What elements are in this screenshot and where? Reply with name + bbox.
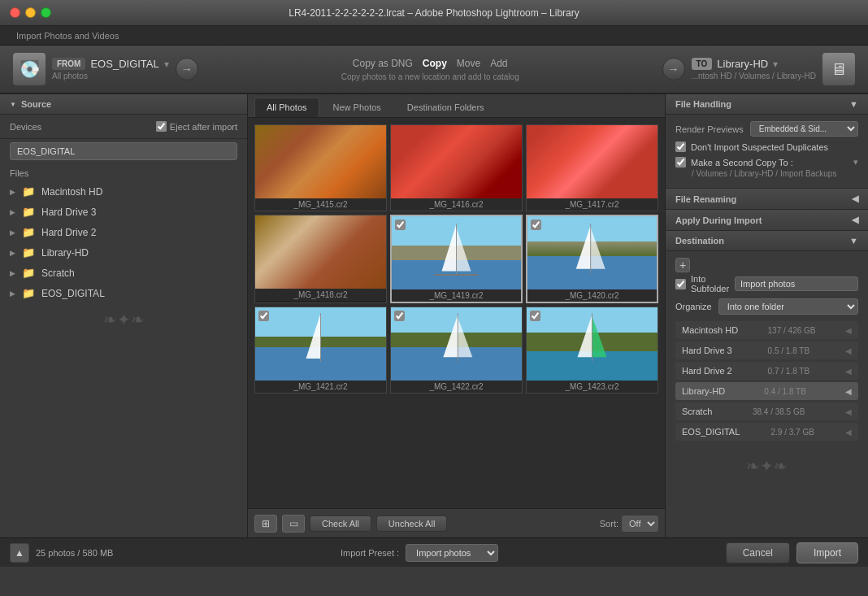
- uncheck-all-button[interactable]: Uncheck All: [376, 516, 447, 532]
- eject-checkbox-label[interactable]: Eject after import: [156, 121, 237, 132]
- drive-item-scratch[interactable]: Scratch 38.4 / 38.5 GB ◀: [675, 402, 858, 420]
- photo-thumb-8: [527, 307, 658, 381]
- maximize-button[interactable]: [41, 7, 51, 18]
- sort-row: Sort: Off: [600, 516, 658, 532]
- drive-arrow-icon: ◀: [845, 326, 852, 335]
- main-content: ▼ Source Devices Eject after import File…: [0, 94, 868, 537]
- photo-name-4: _MG_1419.cr2: [392, 289, 521, 302]
- import-header-label: Import Photos and Videos: [16, 31, 119, 41]
- tab-destination-folders-label: Destination Folders: [407, 102, 484, 112]
- grid-view-button[interactable]: ⊞: [254, 515, 277, 533]
- file-handling-content: Render Previews Embedded & Sid... Don't …: [666, 115, 868, 189]
- photo-cell-1[interactable]: _MG_1416.cr2: [390, 124, 523, 211]
- devices-row: Devices Eject after import: [0, 115, 247, 139]
- subfolder-input[interactable]: [735, 276, 858, 291]
- svg-marker-4: [576, 225, 591, 269]
- loupe-view-button[interactable]: ▭: [282, 515, 305, 533]
- sidebar-item-hard-drive-3[interactable]: ▶ 📁 Hard Drive 3: [0, 202, 247, 222]
- photo-name-5: _MG_1420.cr2: [527, 289, 657, 302]
- photo-cell-7[interactable]: _MG_1422.cr2: [390, 307, 523, 394]
- preset-select[interactable]: Import photos: [406, 544, 498, 562]
- eject-checkbox[interactable]: [156, 121, 167, 132]
- file-renaming-header[interactable]: File Renaming ◀: [666, 189, 868, 210]
- window-controls[interactable]: [10, 7, 51, 18]
- drive-item-library-hd[interactable]: Library-HD 0.4 / 1.8 TB ◀: [675, 382, 858, 400]
- photo-checkbox-6[interactable]: [258, 311, 269, 321]
- dest-arrow-button[interactable]: →: [662, 58, 685, 80]
- photo-cell-8[interactable]: _MG_1423.cr2: [526, 307, 658, 394]
- tab-all-photos-label: All Photos: [267, 102, 307, 112]
- photo-cell-0[interactable]: _MG_1415.cr2: [254, 124, 387, 211]
- scroll-up-button[interactable]: ▲: [10, 543, 29, 563]
- minimize-button[interactable]: [25, 7, 36, 18]
- source-info: FROM EOS_DIGITAL ▾ All photos: [52, 58, 169, 80]
- photo-cell-4[interactable]: _MG_1419.cr2: [390, 215, 523, 303]
- dont-import-row: Don't Import Suspected Duplicates: [675, 141, 858, 152]
- photo-cell-2[interactable]: _MG_1417.cr2: [526, 124, 658, 211]
- copy-option[interactable]: Copy: [423, 58, 447, 69]
- tab-destination-folders[interactable]: Destination Folders: [395, 98, 497, 117]
- title-bar: LR4-2011-2-2-2-2-2-2.lrcat – Adobe Photo…: [0, 0, 868, 26]
- close-button[interactable]: [10, 7, 20, 18]
- tab-new-photos[interactable]: New Photos: [321, 98, 393, 117]
- drive-item-eos-digital[interactable]: EOS_DIGITAL 2.9 / 3.7 GB ◀: [675, 423, 858, 441]
- dest-drive-icon: 🖥: [822, 53, 855, 85]
- svg-marker-7: [306, 313, 321, 359]
- sidebar-item-hard-drive-2[interactable]: ▶ 📁 Hard Drive 2: [0, 222, 247, 242]
- photo-checkbox-4[interactable]: [395, 220, 406, 230]
- dont-import-checkbox[interactable]: [675, 141, 686, 152]
- photo-name-3: _MG_1418.cr2: [255, 289, 386, 301]
- second-copy-path: / Volumes / Library-HD / Import Backups: [675, 169, 858, 178]
- svg-marker-5: [591, 228, 605, 269]
- file-handling-collapse-icon: ▼: [849, 99, 858, 109]
- photo-name-7: _MG_1422.cr2: [391, 381, 522, 393]
- drive-item-macintosh-hd[interactable]: Macintosh HD 137 / 426 GB ◀: [675, 321, 858, 339]
- import-button[interactable]: Import: [796, 542, 858, 563]
- sidebar-ornament: ❧✦❧: [0, 303, 247, 336]
- drive-item-hard-drive-3[interactable]: Hard Drive 3 0.5 / 1.8 TB ◀: [675, 342, 858, 359]
- add-option[interactable]: Add: [490, 58, 507, 69]
- organize-select[interactable]: Into one folder: [718, 298, 858, 315]
- source-arrow-button[interactable]: →: [176, 58, 198, 80]
- sidebar-item-eos-digital[interactable]: ▶ 📁 EOS_DIGITAL: [0, 283, 247, 303]
- photo-thumb-1: [391, 125, 522, 198]
- drive-item-hard-drive-2[interactable]: Hard Drive 2 0.7 / 1.8 TB ◀: [675, 362, 858, 380]
- check-all-button[interactable]: Check All: [310, 516, 371, 532]
- sidebar-item-label: Scratch: [41, 268, 75, 279]
- tab-all-photos[interactable]: All Photos: [254, 98, 319, 117]
- render-select[interactable]: Embedded & Sid...: [750, 121, 858, 137]
- file-handling-header[interactable]: File Handling ▼: [666, 94, 868, 115]
- cancel-button[interactable]: Cancel: [726, 542, 790, 563]
- move-option[interactable]: Move: [457, 58, 480, 69]
- expand-icon: ▶: [10, 249, 15, 257]
- device-input[interactable]: [10, 142, 237, 160]
- photo-checkbox-5[interactable]: [531, 220, 541, 230]
- photo-checkbox-7[interactable]: [394, 311, 405, 321]
- sort-select[interactable]: Off: [622, 516, 658, 532]
- sidebar-item-scratch[interactable]: ▶ 📁 Scratch: [0, 263, 247, 283]
- destination-header[interactable]: Destination ▼: [666, 231, 868, 251]
- window-title: LR4-2011-2-2-2-2-2-2.lrcat – Adobe Photo…: [289, 7, 579, 19]
- sidebar-item-macintosh-hd[interactable]: ▶ 📁 Macintosh HD: [0, 181, 247, 202]
- drive-info: 38.4 / 38.5 GB: [753, 407, 805, 416]
- subfolder-row: Into Subfolder: [675, 274, 858, 294]
- folder-icon: 📁: [22, 226, 35, 238]
- photo-cell-5[interactable]: _MG_1420.cr2: [526, 215, 658, 303]
- sidebar-item-library-hd[interactable]: ▶ 📁 Library-HD: [0, 242, 247, 263]
- drive-name: Scratch: [682, 407, 712, 416]
- render-row: Render Previews Embedded & Sid...: [675, 121, 858, 137]
- apply-during-import-collapse-icon: ◀: [852, 215, 858, 225]
- add-destination-button[interactable]: +: [675, 258, 690, 272]
- source-sub: All photos: [52, 72, 169, 80]
- second-copy-checkbox[interactable]: [675, 157, 686, 167]
- photo-checkbox-8[interactable]: [530, 311, 540, 321]
- photo-cell-3[interactable]: _MG_1418.cr2: [254, 215, 387, 303]
- photo-cell-6[interactable]: _MG_1421.cr2: [254, 307, 387, 394]
- drive-info: 0.7 / 1.8 TB: [768, 367, 810, 376]
- expand-icon: ▶: [10, 289, 15, 298]
- source-section-header: ▼ Source: [0, 94, 247, 115]
- copy-as-dng-option[interactable]: Copy as DNG: [353, 58, 413, 69]
- subfolder-checkbox[interactable]: [675, 279, 686, 289]
- apply-during-import-header[interactable]: Apply During Import ◀: [666, 210, 868, 231]
- drive-arrow-icon: ◀: [845, 428, 852, 437]
